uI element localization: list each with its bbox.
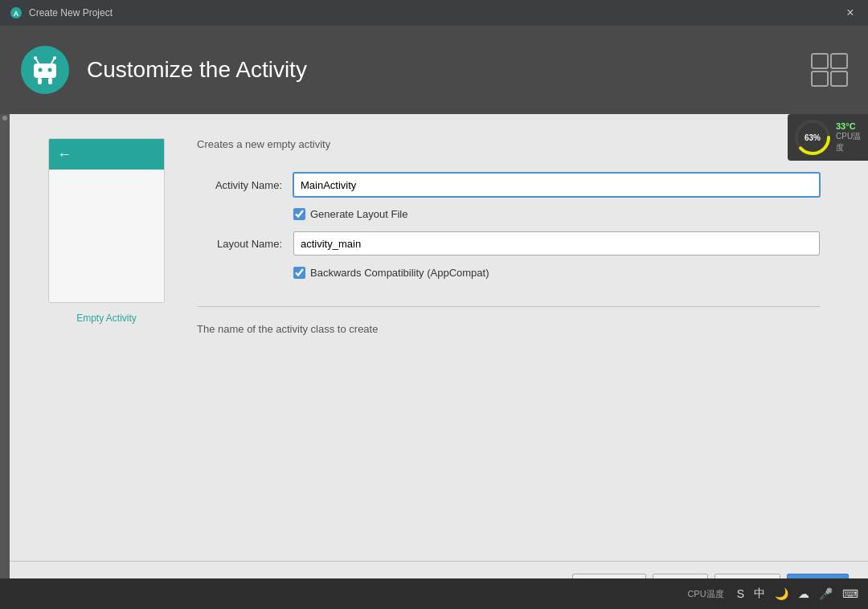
preview-panel: ← Empty Activity	[48, 138, 165, 537]
svg-rect-13	[831, 54, 847, 68]
activity-name-input[interactable]	[293, 173, 820, 197]
taskbar-icon-6: ⌨	[839, 586, 862, 602]
svg-point-4	[39, 68, 43, 72]
backwards-compat-checkbox[interactable]	[293, 267, 305, 279]
sidebar-dot	[2, 116, 7, 121]
taskbar-icon-4: ☁	[795, 586, 813, 602]
phone-body	[49, 170, 164, 302]
title-bar: A Create New Project ×	[0, 0, 868, 26]
phone-preview: ←	[48, 138, 165, 303]
preview-label-accent: Activity	[106, 313, 137, 324]
layout-name-input[interactable]	[293, 231, 820, 255]
svg-point-8	[34, 56, 37, 59]
svg-point-5	[48, 68, 52, 72]
svg-point-9	[53, 56, 56, 59]
taskbar: CPU温度 S 中 🌙 ☁ 🎤 ⌨	[0, 578, 868, 609]
backwards-compat-row: Backwards Compatibility (AppCompat)	[293, 267, 820, 279]
taskbar-icon-5: 🎤	[816, 586, 836, 602]
layout-name-label: Layout Name:	[197, 238, 293, 250]
backwards-compat-label: Backwards Compatibility (AppCompat)	[310, 267, 489, 279]
cpu-gauge: 63%	[794, 119, 831, 156]
svg-rect-12	[812, 54, 828, 68]
svg-text:63%: 63%	[805, 133, 821, 142]
android-logo	[19, 44, 71, 96]
layout-name-row: Layout Name:	[197, 231, 820, 255]
generate-layout-row: Generate Layout File	[293, 208, 820, 220]
form-divider	[197, 306, 820, 307]
generate-layout-checkbox[interactable]	[293, 208, 305, 220]
grid-icon	[810, 52, 852, 88]
taskbar-cpu-label: CPU温度	[687, 588, 723, 600]
svg-rect-10	[38, 78, 42, 84]
preview-label-plain: Empty	[76, 313, 106, 324]
cpu-info: 33°C CPU温度	[836, 121, 862, 153]
preview-label: Empty Activity	[76, 313, 137, 324]
form-description: Creates a new empty activity	[197, 138, 820, 150]
svg-rect-3	[34, 63, 56, 78]
title-bar-left: A Create New Project	[10, 6, 113, 19]
activity-name-row: Activity Name:	[197, 173, 820, 197]
activity-name-label: Activity Name:	[197, 179, 293, 191]
dialog-header: Customize the Activity	[0, 26, 868, 114]
close-button[interactable]: ×	[839, 2, 862, 24]
taskbar-icon-2: 中	[751, 585, 768, 603]
cpu-meter: 63% 33°C CPU温度	[788, 114, 868, 161]
back-arrow-icon: ←	[57, 146, 72, 163]
window-title: Create New Project	[29, 7, 113, 18]
generate-layout-label: Generate Layout File	[310, 208, 407, 220]
form-panel: Creates a new empty activity Activity Na…	[197, 138, 820, 537]
app-icon: A	[10, 6, 23, 19]
svg-rect-14	[812, 72, 828, 86]
page-title: Customize the Activity	[87, 57, 307, 83]
dialog-body: ← Empty Activity Creates a new empty act…	[0, 114, 868, 561]
cpu-temp: 33°C	[836, 121, 862, 131]
svg-text:A: A	[14, 10, 19, 18]
taskbar-icon-3: 🌙	[772, 586, 792, 602]
hint-text: The name of the activity class to create	[197, 323, 820, 335]
cpu-label: CPU温度	[836, 131, 862, 153]
svg-rect-11	[48, 78, 52, 84]
phone-header: ←	[49, 139, 164, 170]
taskbar-icon-1: S	[734, 586, 747, 602]
svg-rect-15	[831, 72, 847, 86]
